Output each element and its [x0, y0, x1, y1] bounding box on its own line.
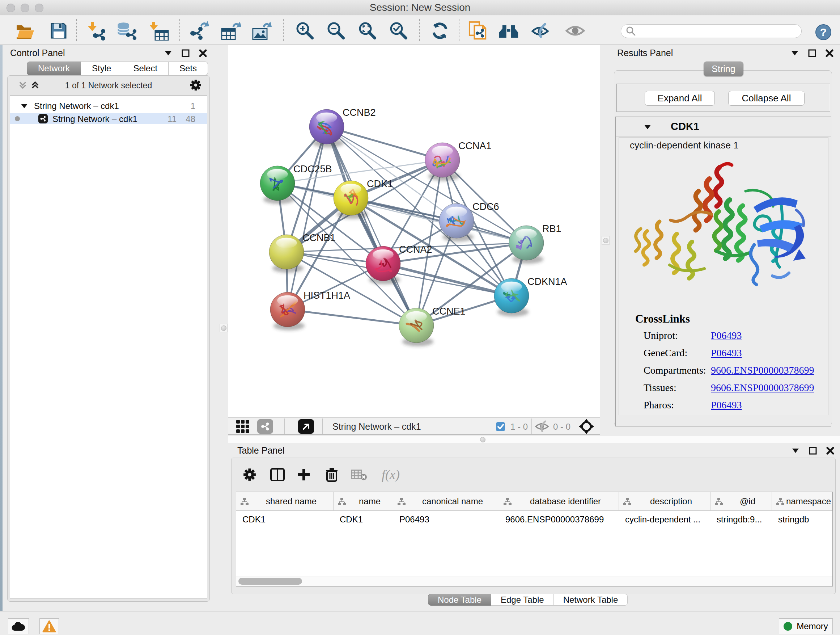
zoom-fit-button[interactable]: [357, 21, 378, 41]
warnings-button[interactable]: [39, 618, 59, 634]
column-header-label: database identifier: [513, 496, 618, 507]
tab-select[interactable]: Select: [122, 62, 169, 75]
graph-edge-CCNE1-HIST1H1A[interactable]: [287, 310, 416, 325]
delete-table-button[interactable]: [351, 467, 367, 483]
selected-checkbox[interactable]: [495, 419, 506, 434]
zoom-out-button[interactable]: [326, 21, 346, 41]
panel-menu-icon[interactable]: [790, 49, 799, 58]
panel-menu-icon[interactable]: [791, 446, 800, 455]
memory-button[interactable]: Memory: [779, 618, 833, 634]
table-horizontal-scrollbar[interactable]: [236, 576, 832, 586]
zoom-selected-button[interactable]: [388, 21, 409, 41]
network-view[interactable]: CCNB2CCNA1CDC25BCDK1CDC6RB1CCNB1CCNA2CDK…: [228, 45, 600, 435]
table-toolbar: f(x): [232, 458, 835, 491]
graph-node-HIST1H1A[interactable]: [270, 292, 305, 330]
crosslinks-title: CrossLinks: [635, 312, 690, 325]
panel-close-icon[interactable]: [825, 49, 834, 58]
graph-node-CCNB1[interactable]: [269, 234, 304, 272]
open-session-button[interactable]: [15, 21, 35, 41]
table-options-gear-icon[interactable]: [242, 467, 257, 483]
column-header-label: description: [633, 496, 709, 507]
horizontal-splitter-knob[interactable]: [480, 437, 485, 442]
import-network-from-database-button[interactable]: [117, 21, 137, 41]
tab-network-table[interactable]: Network Table: [554, 594, 628, 606]
show-all-button[interactable]: [565, 21, 585, 41]
center-view-button[interactable]: [578, 419, 594, 434]
graph-node-CCNE1[interactable]: [399, 308, 434, 346]
column-header-namespace[interactable]: namespace: [772, 492, 832, 511]
panel-close-icon[interactable]: [198, 49, 208, 58]
graph-edge-CCNB2-CCNA1[interactable]: [327, 127, 442, 160]
crosslink-link[interactable]: P06493: [711, 330, 742, 341]
table-row[interactable]: CDK1CDK1P064939606.ENSP00000378699cyclin…: [236, 511, 832, 529]
tree-expander-icon[interactable]: [21, 104, 27, 108]
tab-style[interactable]: Style: [81, 62, 122, 75]
tab-sets[interactable]: Sets: [169, 62, 208, 75]
panel-float-icon[interactable]: [181, 49, 190, 58]
copy-button[interactable]: [468, 21, 488, 41]
network-collection-row[interactable]: String Network – cdk1 1: [10, 100, 207, 111]
scrollbar-thumb[interactable]: [238, 578, 302, 585]
column-header-database-identifier[interactable]: database identifier: [499, 492, 619, 511]
tab-edge-table[interactable]: Edge Table: [491, 594, 554, 606]
column-header-@id[interactable]: @id: [711, 492, 772, 511]
export-network-button[interactable]: [189, 21, 210, 41]
binoculars-icon: [499, 22, 519, 40]
column-header-description[interactable]: description: [619, 492, 711, 511]
graph-node-CCNB2[interactable]: [309, 109, 344, 147]
gene-section-header[interactable]: CDK1: [616, 117, 831, 136]
save-session-button[interactable]: [49, 21, 69, 41]
zoom-in-button[interactable]: [295, 21, 315, 41]
refresh-button[interactable]: [430, 21, 450, 41]
graph-node-CDC25B[interactable]: [260, 166, 295, 204]
panel-float-icon[interactable]: [808, 446, 818, 455]
panel-menu-icon[interactable]: [164, 49, 173, 58]
help-button[interactable]: ?: [815, 24, 831, 40]
gene-collapse-icon[interactable]: [644, 125, 651, 129]
crosslink-link[interactable]: 9606.ENSP00000378699: [711, 382, 814, 394]
column-header-name[interactable]: name: [333, 492, 393, 511]
column-header-canonical-name[interactable]: canonical name: [393, 492, 499, 511]
tab-node-table[interactable]: Node Table: [428, 594, 491, 606]
column-header-shared-name[interactable]: shared name: [236, 492, 333, 511]
import-table-from-file-button[interactable]: [149, 21, 169, 41]
zoom-in-icon: [295, 21, 315, 41]
hide-selected-button[interactable]: [531, 21, 551, 41]
search-field[interactable]: [621, 24, 802, 38]
function-builder-button[interactable]: f(x): [378, 467, 403, 483]
horizontal-splitter[interactable]: [228, 436, 840, 443]
add-column-button[interactable]: [296, 467, 312, 483]
graph-node-CCNA2[interactable]: [366, 246, 401, 284]
birdseye-grid-button[interactable]: [235, 419, 251, 434]
graph-node-CDC6[interactable]: [439, 203, 474, 241]
main-toolbar: ?: [0, 16, 840, 45]
export-table-button[interactable]: [221, 21, 241, 41]
import-network-from-file-button[interactable]: [87, 21, 107, 41]
crosslink-link[interactable]: P06493: [711, 347, 742, 359]
panel-float-icon[interactable]: [807, 49, 817, 58]
open-in-new-window-button[interactable]: [298, 419, 314, 434]
network-share-button[interactable]: [257, 419, 273, 434]
delete-column-button[interactable]: [324, 467, 340, 483]
cloud-button[interactable]: [8, 618, 29, 634]
tab-network[interactable]: Network: [27, 62, 81, 75]
search-objects-button[interactable]: [499, 21, 519, 41]
graph-node-CDK1[interactable]: [333, 181, 368, 219]
crosslink-link[interactable]: 9606.ENSP00000378699: [711, 364, 814, 376]
graph-node-CCNA1[interactable]: [425, 143, 460, 181]
network-options-gear-icon[interactable]: [190, 79, 202, 91]
graph-edge-CCNB2-HIST1H1A[interactable]: [287, 127, 327, 310]
expand-all-button[interactable]: Expand All: [645, 91, 715, 106]
crosslink-link[interactable]: P06493: [711, 399, 742, 411]
left-splitter[interactable]: [213, 45, 228, 611]
export-image-button[interactable]: [252, 21, 272, 41]
left-splitter-knob[interactable]: [219, 324, 227, 333]
tab-string[interactable]: String: [704, 62, 744, 76]
graph-node-CDKN1A[interactable]: [494, 279, 529, 317]
panel-close-icon[interactable]: [826, 446, 835, 455]
network-row-selected[interactable]: String Network – cdk1 11 48: [10, 113, 207, 124]
graph-node-RB1[interactable]: [509, 226, 544, 264]
collapse-all-button[interactable]: Collapse All: [728, 91, 805, 106]
search-input[interactable]: [638, 26, 798, 36]
show-columns-button[interactable]: [270, 467, 286, 483]
